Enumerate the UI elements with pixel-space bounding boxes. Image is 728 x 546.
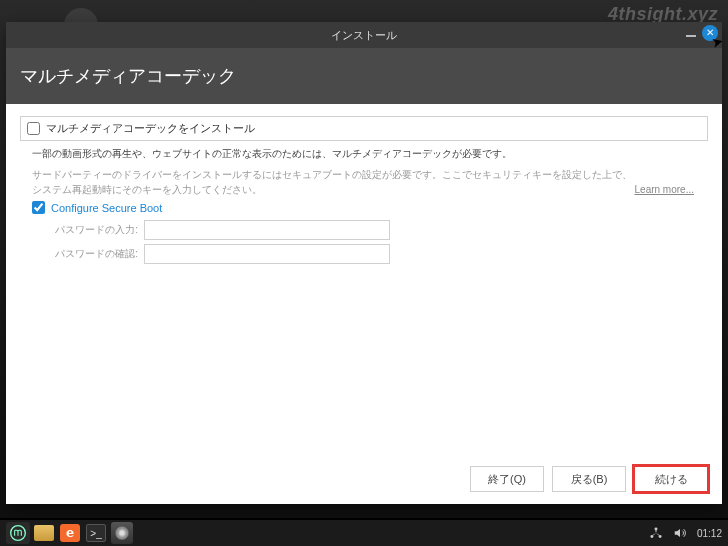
quit-button[interactable]: 終了(Q)	[470, 466, 544, 492]
codec-option-row[interactable]: マルチメディアコーデックをインストール	[20, 116, 708, 141]
secure-boot-label: Configure Secure Boot	[51, 202, 162, 214]
confirm-password-input[interactable]	[144, 244, 390, 264]
network-icon[interactable]	[649, 526, 663, 540]
taskbar-left: 𝗲 >_	[6, 522, 134, 544]
clock[interactable]: 01:12	[697, 528, 722, 539]
secure-boot-checkbox[interactable]	[32, 201, 45, 214]
taskbar-installer[interactable]	[110, 522, 134, 544]
codec-checkbox[interactable]	[27, 122, 40, 135]
content-area: マルチメディアコーデックをインストール 一部の動画形式の再生や、ウェブサイトの正…	[6, 104, 722, 504]
firefox-icon: 𝗲	[60, 524, 80, 542]
installer-window: インストール ✕ ➤ マルチメディアコーデック マルチメディアコーデックをインス…	[6, 22, 722, 504]
taskbar-firefox[interactable]: 𝗲	[58, 522, 82, 544]
codec-description: 一部の動画形式の再生や、ウェブサイトの正常な表示のためには、マルチメディアコーデ…	[32, 147, 708, 161]
disc-icon	[111, 522, 133, 544]
close-button[interactable]: ✕	[702, 25, 718, 41]
taskbar-files[interactable]	[32, 522, 56, 544]
mint-logo-icon	[10, 525, 26, 541]
secure-boot-row[interactable]: Configure Secure Boot	[32, 201, 708, 214]
continue-button[interactable]: 続ける	[634, 466, 708, 492]
volume-icon[interactable]	[673, 526, 687, 540]
secure-boot-description-text: サードパーティーのドライバーをインストールするにはセキュアブートの設定が必要です…	[32, 169, 632, 195]
confirm-password-row: パスワードの確認:	[42, 244, 708, 264]
svg-point-1	[655, 527, 658, 530]
password-input[interactable]	[144, 220, 390, 240]
window-controls: ✕	[686, 25, 718, 41]
files-icon	[34, 525, 54, 541]
minimize-button[interactable]	[686, 35, 696, 37]
back-button[interactable]: 戻る(B)	[552, 466, 626, 492]
menu-button[interactable]	[6, 522, 30, 544]
secure-boot-description: サードパーティーのドライバーをインストールするにはセキュアブートの設定が必要です…	[32, 167, 708, 197]
password-row: パスワードの入力:	[42, 220, 708, 240]
codec-checkbox-label: マルチメディアコーデックをインストール	[46, 121, 255, 136]
terminal-icon: >_	[86, 524, 106, 542]
learn-more-link[interactable]: Learn more...	[635, 182, 694, 197]
taskbar-right: 01:12	[649, 526, 722, 540]
svg-point-2	[650, 535, 653, 538]
button-row: 終了(Q) 戻る(B) 続ける	[470, 466, 708, 492]
window-title: インストール	[331, 28, 397, 43]
page-title: マルチメディアコーデック	[20, 64, 236, 88]
password-label: パスワードの入力:	[42, 223, 138, 237]
svg-point-3	[659, 535, 662, 538]
page-header: マルチメディアコーデック	[6, 48, 722, 104]
titlebar: インストール ✕ ➤	[6, 22, 722, 48]
taskbar-terminal[interactable]: >_	[84, 522, 108, 544]
taskbar: 𝗲 >_ 01:12	[0, 518, 728, 546]
confirm-password-label: パスワードの確認:	[42, 247, 138, 261]
